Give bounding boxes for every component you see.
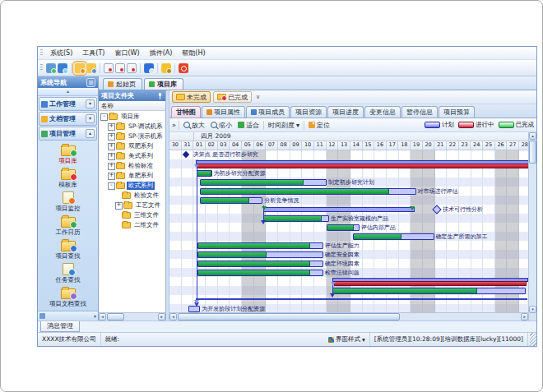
tree-column-header[interactable]: 名称 — [99, 101, 165, 111]
tree-node[interactable]: +SP-演示机系 — [99, 131, 165, 141]
tree-node[interactable]: +单肥系列 — [99, 171, 165, 181]
tab-change-info[interactable]: 变更信息 — [364, 106, 401, 118]
btn-zoom-out[interactable]: 缩小 — [209, 120, 234, 131]
tree-node[interactable]: +SP-调试机系 — [99, 122, 165, 131]
gantt-chart-body[interactable]: 决策点 是否进行初步研究为初步研究分配资源制定初步研究计划对市场进行评估分析竞争… — [169, 150, 528, 312]
gantt-task-bar[interactable] — [197, 261, 323, 267]
gantt-task-bar[interactable] — [263, 215, 329, 222]
gantt-vscroll-thumb[interactable] — [529, 141, 536, 164]
gantt-task-bar[interactable] — [327, 224, 360, 231]
tab-project-library[interactable]: 项目库 — [144, 78, 183, 90]
menu-window[interactable]: 窗口(W) — [109, 48, 144, 58]
gantt-hscroll-thumb[interactable] — [178, 313, 400, 321]
resize-grip[interactable] — [530, 333, 536, 346]
tree-node[interactable]: +检验标准 — [99, 161, 165, 171]
tab-project-budget[interactable]: 项目预算 — [439, 106, 475, 118]
btn-time-scale[interactable]: 时间刻度▾ — [267, 120, 301, 131]
menu-plugins[interactable]: 插件(A) — [145, 48, 178, 58]
calendar-edit-icon[interactable] — [115, 63, 125, 73]
gantt-milestone[interactable] — [183, 151, 189, 158]
scroll-right-icon[interactable]: ▸ — [521, 313, 528, 321]
btn-fit[interactable]: 适合 — [236, 120, 261, 131]
tab-project-progress[interactable]: 项目进度 — [327, 106, 364, 118]
btn-locate[interactable]: 定位 — [307, 120, 332, 131]
tab-project-members[interactable]: 项目成员 — [246, 106, 290, 118]
gantt-task-bar[interactable] — [200, 188, 416, 195]
gantt-inprogress-bar[interactable] — [334, 281, 527, 286]
tree-expander-icon[interactable]: + — [108, 143, 115, 150]
tree-hscroll-track[interactable] — [125, 313, 158, 321]
open-folder-icon[interactable] — [75, 63, 85, 73]
gantt-task-bar[interactable] — [200, 197, 263, 204]
message-management-tab[interactable]: 消息管理 — [40, 321, 80, 332]
exit-icon[interactable] — [179, 63, 188, 73]
chevron-icon[interactable]: ▴ — [86, 129, 95, 138]
toolbar-overflow-icon[interactable]: » — [172, 122, 176, 129]
tree-hscrollbar[interactable]: ◂ ▸ — [99, 312, 165, 321]
group-work-mgmt[interactable]: 工作管理▾ — [39, 97, 97, 111]
scroll-right-icon[interactable]: ▸ — [158, 313, 165, 321]
chevron-icon[interactable]: ▾ — [86, 114, 95, 123]
nav-work-calendar[interactable]: 工作日历 — [56, 214, 81, 237]
gantt-inprogress-bar[interactable] — [197, 164, 528, 168]
tree-expander-icon[interactable]: - — [100, 113, 108, 121]
tree-node[interactable]: +工艺文件 — [99, 201, 165, 210]
nav-project-doc-search[interactable]: 项目文档查找 — [49, 286, 86, 308]
menu-tools[interactable]: 工具(T) — [77, 48, 109, 58]
sidebar-collapse-icon[interactable]: ▥ — [86, 78, 95, 87]
scroll-left-icon[interactable]: ◂ — [169, 313, 177, 321]
lock-icon[interactable] — [161, 63, 171, 73]
nav-project-library[interactable]: 项目库 — [58, 143, 77, 165]
tab-start-page[interactable]: 起始页 — [103, 78, 142, 90]
filter-more-icon[interactable]: ∨ — [256, 94, 260, 100]
tree-expander-icon[interactable]: + — [108, 153, 115, 160]
tree-node[interactable]: -欧式系列 — [99, 181, 165, 191]
scroll-up-icon[interactable]: ▴ — [529, 132, 536, 140]
btn-zoom-in[interactable]: 放大 — [182, 120, 207, 131]
folder-window-icon[interactable] — [86, 63, 96, 73]
nav-project-monitor[interactable]: 项目监控 — [56, 191, 81, 213]
group-project-mgmt[interactable]: 项目管理▴ — [39, 127, 97, 141]
pin-icon[interactable] — [157, 92, 163, 99]
tab-gantt[interactable]: 甘特图 — [171, 106, 201, 118]
tree-expander-icon[interactable]: - — [108, 182, 115, 190]
gantt-summary-line[interactable] — [196, 298, 527, 300]
gantt-task-bar[interactable] — [197, 270, 323, 276]
monitor-icon[interactable] — [46, 63, 56, 73]
menu-system[interactable]: 系统(S) — [45, 48, 77, 58]
calendar-view-icon[interactable] — [127, 63, 137, 73]
gantt-vscroll-track[interactable] — [529, 164, 536, 306]
menu-grip[interactable] — [40, 49, 43, 57]
gantt-task-bar[interactable] — [197, 170, 212, 177]
tree-node[interactable]: 检验文件 — [99, 191, 165, 201]
gantt-vscrollbar[interactable]: ▴ ▾ — [528, 132, 536, 321]
gantt-summary-bar[interactable] — [263, 207, 415, 212]
tree-node[interactable]: 二维文件 — [99, 220, 165, 230]
nav-project-search[interactable]: 项目查找 — [56, 238, 81, 261]
help-globe-icon[interactable] — [144, 63, 154, 73]
sidebar-scroll-up[interactable]: ▴ — [38, 88, 98, 96]
tab-project-resources[interactable]: 项目资源 — [290, 106, 327, 118]
nav-task-search[interactable]: 任务查找 — [56, 262, 81, 284]
filter-complete[interactable]: 已完成 — [213, 91, 252, 103]
gantt-task-bar[interactable] — [197, 251, 323, 258]
toolbar-grip[interactable] — [40, 64, 43, 71]
calendar-new-icon[interactable] — [104, 63, 114, 73]
gantt-task-bar[interactable] — [188, 306, 200, 312]
menu-help[interactable]: 帮助(H) — [177, 48, 210, 58]
nav-template-library[interactable]: 模板库 — [58, 167, 77, 189]
gantt-task-bar[interactable] — [353, 233, 434, 240]
gantt-hscroll-track[interactable] — [401, 313, 521, 321]
tree-expander-icon[interactable]: + — [108, 173, 115, 180]
tree-expander-icon[interactable]: + — [108, 133, 115, 141]
scroll-left-icon[interactable]: ◂ — [99, 313, 106, 321]
tree-node[interactable]: -项目库 — [99, 112, 165, 122]
ui-style-button[interactable]: 界面样式 ▾ — [324, 333, 370, 346]
tree-expander-icon[interactable]: + — [108, 163, 115, 170]
tab-pause-info[interactable]: 暂停信息 — [401, 106, 438, 118]
tree-hscroll-thumb[interactable] — [107, 313, 124, 321]
tree-node[interactable]: +美式系列 — [99, 151, 165, 161]
group-doc-mgmt[interactable]: 文档管理▾ — [39, 112, 97, 126]
tree-expander-icon[interactable]: + — [108, 123, 115, 131]
tab-project-props[interactable]: 项目属性 — [202, 106, 245, 118]
